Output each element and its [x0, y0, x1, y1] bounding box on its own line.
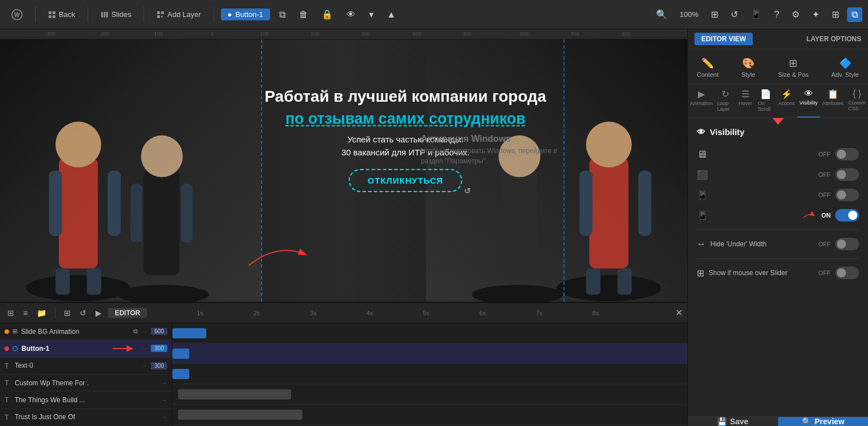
tab-loop-layer[interactable]: ↻ Loop Layer	[715, 84, 735, 118]
toggle-mouse-over[interactable]	[835, 267, 859, 279]
tl-play-icon[interactable]: ▶	[93, 307, 105, 319]
save-button[interactable]: 💾 Save	[688, 417, 778, 426]
undo-button[interactable]: ↺	[726, 7, 743, 22]
track-bar-things	[178, 410, 302, 420]
editor-view-button[interactable]: EDITOR VIEW	[695, 33, 753, 45]
scroll-icon: 📄	[760, 89, 771, 99]
tab-style[interactable]: 🎨 Style	[737, 55, 760, 80]
layer-row-bg[interactable]: ⊞ Slide BG Animation ⧉ → 600	[0, 323, 172, 340]
tl-grid-icon[interactable]: ⊞	[61, 307, 73, 319]
tab-size-pos[interactable]: ⊞ Size & Pos	[774, 55, 813, 80]
tab-content[interactable]: ✏️ Content	[692, 55, 723, 80]
vis-tab-icon: 👁	[804, 89, 813, 99]
tab-animation[interactable]: ▶ Animation	[688, 84, 715, 118]
svg-rect-19	[55, 268, 70, 294]
tl-layers-icon[interactable]: ⊞	[5, 307, 17, 319]
wp-icon-btn[interactable]: W	[6, 7, 28, 23]
top-toolbar: W Back Slides Add Layer ● Button-1 ⧉ 🗑 🔒…	[0, 0, 868, 29]
visibility-title: 👁 Visibility	[697, 127, 859, 137]
tab-attributes[interactable]: 📋 Attributes	[820, 84, 846, 118]
toggle-mobile1[interactable]	[835, 189, 859, 201]
svg-rect-27	[589, 158, 628, 268]
slides-button[interactable]: Slides	[95, 8, 137, 21]
track-bar-custom	[178, 389, 291, 399]
delete-layer-button[interactable]: 🗑	[294, 7, 313, 22]
add-layer-button[interactable]: Add Layer	[151, 8, 206, 21]
layer-row-things[interactable]: T The Things We Build ... →	[0, 392, 172, 408]
toggle-tablet1[interactable]	[835, 168, 859, 181]
layers-button[interactable]: ⧉	[847, 7, 862, 22]
track-bar-text0	[172, 369, 189, 379]
layer-type-custom: T	[5, 379, 9, 387]
layer-row-button1[interactable]: Button-1 → 300	[0, 340, 172, 357]
selected-layer-badge[interactable]: ● Button-1	[221, 8, 270, 20]
tl-loop-icon[interactable]: ↺	[77, 307, 89, 319]
sep4	[214, 7, 214, 23]
toggle-mobile2[interactable]	[835, 209, 859, 221]
copy-layer-button[interactable]: ⧉	[275, 7, 290, 22]
vis-toggle-tablet1[interactable]: OFF	[818, 168, 859, 181]
layer-row-trust[interactable]: T Trust Is Just One Of →	[0, 409, 172, 426]
tl-folder-icon[interactable]: 📁	[34, 307, 49, 319]
timeline-close-button[interactable]: ✕	[675, 307, 683, 318]
track-row-things	[172, 405, 687, 425]
svg-rect-7	[103, 12, 105, 18]
tab-actions[interactable]: ⚡ Actions	[776, 84, 797, 118]
vis-hide-under-label: ↔ Hide 'Under' Width	[697, 239, 766, 249]
track-row-btn	[172, 344, 687, 364]
layer-arrow-trust: →	[161, 414, 167, 420]
vis-row-mobile1: 📱 OFF	[697, 189, 859, 201]
collapse-button[interactable]: ▲	[383, 7, 401, 22]
lock-layer-button[interactable]: 🔒	[317, 7, 337, 22]
device-preview-button[interactable]: 📱	[746, 7, 766, 22]
side-panel: EDITOR VIEW LAYER OPTIONS ✏️ Content 🎨 S…	[687, 29, 868, 426]
dropdown-button[interactable]: ▾	[364, 7, 378, 22]
timeline-tracks	[172, 323, 687, 426]
vis-toggle-hide-under[interactable]: OFF	[818, 238, 859, 250]
vis-row-mobile2: 📱 ON	[697, 209, 859, 221]
guide-line-right	[563, 40, 565, 302]
tab-adv-style[interactable]: 🔷 Adv. Style	[827, 55, 863, 80]
svg-rect-10	[161, 11, 164, 14]
track-row-text0	[172, 364, 687, 384]
tab-visibility[interactable]: 👁 Visibility	[797, 84, 820, 118]
grid-button[interactable]: ✦	[808, 7, 824, 22]
layer-arrow-custom: →	[161, 380, 167, 386]
canvas-viewport[interactable]: Работай в лучшей компании города по отзы…	[0, 40, 687, 302]
track-row-custom	[172, 384, 687, 405]
tl-editor-badge[interactable]: EDITOR	[108, 308, 147, 318]
vis-toggle-mouse-over[interactable]: OFF	[818, 267, 859, 279]
tab-indicator-arrow	[772, 118, 784, 125]
toggle-hide-under[interactable]	[835, 238, 859, 250]
layer-dot-btn	[5, 346, 9, 351]
toggle-desktop1[interactable]	[835, 148, 859, 160]
preview-button[interactable]: 🔍 Preview	[778, 417, 868, 426]
slide-cta-button[interactable]: ОТКЛИКНУТЬСЯ	[349, 169, 463, 192]
layer-row-text0[interactable]: T Text-0 → 300	[0, 358, 172, 375]
panel-tabs-row1: ✏️ Content 🎨 Style ⊞ Size & Pos 🔷 Adv. S…	[688, 49, 868, 84]
tab-hover[interactable]: ☰ Hover	[735, 84, 756, 118]
vis-toggle-mobile2[interactable]: ON	[800, 209, 860, 221]
fullscreen-button[interactable]: ⊞	[706, 7, 723, 22]
tab-custom-css[interactable]: { } Custom CSS	[846, 84, 868, 118]
svg-point-23	[141, 136, 183, 177]
back-button[interactable]: Back	[42, 8, 81, 21]
search-button[interactable]: 🔍	[652, 7, 672, 22]
vis-toggle-desktop1[interactable]: OFF	[818, 148, 859, 160]
vis-divider1	[697, 229, 859, 230]
svg-rect-24	[131, 184, 142, 242]
slide-content-block: Работай в лучшей компании города по отзы…	[254, 87, 557, 193]
svg-text:W: W	[14, 12, 20, 18]
help-button[interactable]: ?	[770, 7, 784, 22]
svg-rect-2	[49, 11, 51, 14]
actions-icon: ⚡	[781, 89, 792, 99]
mobile2-icon: 📱	[697, 210, 708, 221]
vis-toggle-mobile1[interactable]: OFF	[818, 189, 859, 201]
settings-button[interactable]: ⚙	[787, 7, 804, 22]
canvas-area: -300 -200 -100 0 100 200 300 400 500 600…	[0, 29, 687, 426]
tab-on-scroll[interactable]: 📄 On Scroll	[756, 84, 776, 118]
slideshow-button[interactable]: ⊞	[827, 7, 844, 22]
tl-list-icon[interactable]: ≡	[20, 307, 31, 319]
visibility-toggle-button[interactable]: 👁	[342, 7, 360, 22]
layer-row-custom[interactable]: T Custom Wp Theme For . →	[0, 375, 172, 392]
